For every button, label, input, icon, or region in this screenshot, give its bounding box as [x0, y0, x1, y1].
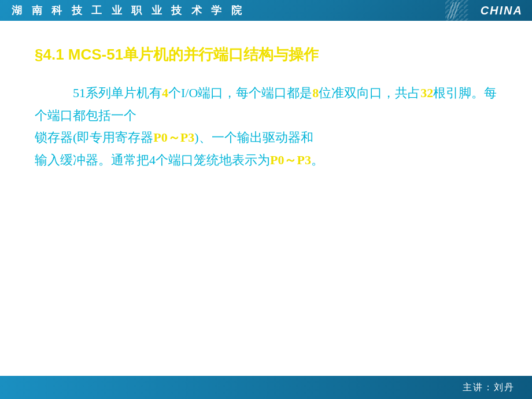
- text-part-6: )、一个输出驱动器和: [194, 130, 313, 145]
- highlight-p0-p3-1: P0～P3: [153, 130, 194, 145]
- footer-presenter: 主讲：刘丹: [463, 382, 515, 394]
- text-part-7: 输入缓冲器。通常把4个端口笼统地表示为: [35, 153, 270, 167]
- text-part-1: 51系列单片机有: [35, 86, 162, 100]
- china-label: CHINA: [481, 4, 523, 17]
- highlight-4: 4: [162, 86, 168, 100]
- text-part-2: 个I/O端口，每个端口都是: [168, 86, 312, 100]
- deco-slash-3: [453, 2, 460, 19]
- section-title-area: §4.1 MCS-51单片机的并行端口结构与操作: [35, 44, 497, 65]
- header-decoration: [450, 0, 457, 21]
- highlight-p0-p3-2: P0～P3: [270, 153, 311, 167]
- main-content: §4.1 MCS-51单片机的并行端口结构与操作 51系列单片机有4个I/O端口…: [0, 21, 532, 376]
- content-paragraph: 51系列单片机有4个I/O端口，每个端口都是8位准双向口，共占32根引脚。每个端…: [35, 82, 497, 171]
- deco-slash-2: [450, 2, 457, 19]
- highlight-32: 32: [420, 86, 433, 100]
- deco-slash-1: [447, 2, 454, 19]
- header-bar: 湖 南 科 技 工 业 职 业 技 术 学 院 CHINA: [0, 0, 532, 21]
- text-part-3: 位准双向口，共占: [319, 86, 420, 100]
- section-title: §4.1 MCS-51单片机的并行端口结构与操作: [35, 44, 497, 65]
- university-title: 湖 南 科 技 工 业 职 业 技 术 学 院: [12, 3, 245, 17]
- footer-bar: 主讲：刘丹: [0, 376, 532, 399]
- text-part-5: 锁存器(即专用寄存器: [35, 130, 153, 145]
- text-part-8: 。: [311, 153, 324, 167]
- highlight-8: 8: [312, 86, 319, 100]
